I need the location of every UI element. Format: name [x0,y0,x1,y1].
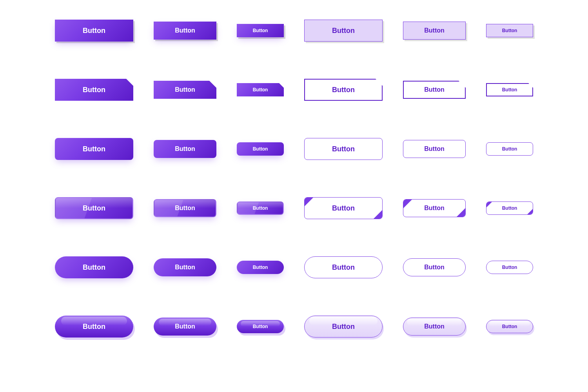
button-cut-outlined-small[interactable]: Button [486,83,533,96]
button-glossy-outlined-medium[interactable]: Button [403,199,466,217]
button-glossy-filled-small[interactable]: Button [237,201,284,215]
button-label: Button [502,265,517,270]
button-label: Button [424,86,445,93]
button-label: Button [332,27,355,35]
button-glossy-filled-medium[interactable]: Button [154,199,216,217]
button-pill-glossy-outlined-large[interactable]: Button [304,316,383,338]
button-label: Button [175,205,195,212]
button-rounded-outlined-medium[interactable]: Button [403,140,466,158]
button-label: Button [502,87,517,93]
button-rounded-outlined-small[interactable]: Button [486,142,533,156]
button-pill-outlined-small[interactable]: Button [486,261,533,274]
button-label: Button [175,145,195,152]
button-square-filled-small[interactable]: Button [237,24,284,37]
button-label: Button [253,146,268,152]
button-label: Button [332,86,355,94]
button-cut-outlined-large[interactable]: Button [304,79,383,101]
button-rounded-filled-large[interactable]: Button [55,138,133,160]
button-square-filled-large[interactable]: Button [55,20,133,42]
button-label: Button [424,27,445,34]
button-pill-filled-large[interactable]: Button [55,256,133,278]
button-label: Button [83,145,105,153]
button-label: Button [424,323,445,330]
button-label: Button [175,264,195,271]
button-pill-filled-small[interactable]: Button [237,261,284,274]
button-label: Button [83,86,105,94]
button-label: Button [332,263,355,272]
button-label: Button [175,27,195,34]
button-pill-glossy-filled-medium[interactable]: Button [154,318,216,336]
button-label: Button [83,204,105,212]
button-label: Button [332,145,355,153]
button-pill-outlined-medium[interactable]: Button [403,258,466,276]
button-pill-outlined-large[interactable]: Button [304,256,383,278]
button-label: Button [424,264,445,271]
button-glossy-outlined-small[interactable]: Button [486,201,533,215]
button-rounded-outlined-large[interactable]: Button [304,138,383,160]
button-label: Button [424,145,445,152]
button-square-outlined-small[interactable]: Button [486,24,533,37]
button-glossy-filled-large[interactable]: Button [55,197,133,219]
button-square-filled-medium[interactable]: Button [154,22,216,40]
button-cut-filled-small[interactable]: Button [237,83,284,96]
button-label: Button [253,87,268,93]
button-label: Button [83,263,105,272]
button-cut-filled-medium[interactable]: Button [154,81,216,99]
button-square-outlined-large[interactable]: Button [304,20,383,42]
button-label: Button [175,323,195,330]
button-glossy-outlined-large[interactable]: Button [304,197,383,219]
button-pill-filled-medium[interactable]: Button [154,258,216,276]
button-label: Button [502,28,517,33]
button-rounded-filled-medium[interactable]: Button [154,140,216,158]
button-label: Button [332,323,355,331]
button-label: Button [253,324,268,329]
button-pill-glossy-outlined-small[interactable]: Button [486,320,533,333]
button-cut-outlined-medium[interactable]: Button [403,81,466,99]
button-label: Button [424,205,445,212]
button-pill-glossy-outlined-medium[interactable]: Button [403,318,466,336]
button-label: Button [502,205,517,211]
button-label: Button [253,265,268,270]
button-label: Button [253,205,268,211]
button-label: Button [253,28,268,33]
button-pill-glossy-filled-small[interactable]: Button [237,320,284,333]
button-specimen-grid: Button Button Button Button Button Butto… [24,20,564,338]
button-label: Button [175,86,195,93]
button-label: Button [83,323,105,331]
button-label: Button [332,204,355,212]
button-rounded-filled-small[interactable]: Button [237,142,284,156]
button-label: Button [83,27,105,35]
button-pill-glossy-filled-large[interactable]: Button [55,316,133,338]
button-label: Button [502,146,517,152]
button-cut-filled-large[interactable]: Button [55,79,133,101]
button-square-outlined-medium[interactable]: Button [403,22,466,40]
button-label: Button [502,324,517,329]
